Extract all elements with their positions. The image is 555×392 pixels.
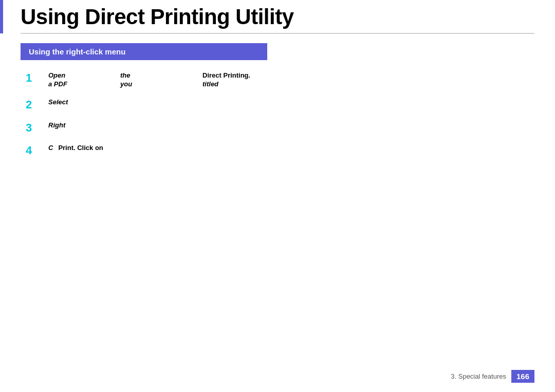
- page-container: Using Direct Printing Utility Using the …: [0, 0, 555, 392]
- step-1-col2b: you: [120, 80, 202, 88]
- step-number-1: 1: [26, 71, 44, 85]
- step-1-line-2: a PDF you titled: [48, 80, 534, 88]
- step-1-col1: Open: [48, 71, 120, 79]
- step-1-col3: Direct Printing.: [202, 71, 250, 79]
- step-number-3: 3: [26, 121, 44, 135]
- step-content-3: Right: [48, 121, 534, 130]
- footer-page-number: 166: [511, 370, 534, 383]
- section-header: Using the right-click menu: [21, 43, 267, 60]
- step-content-1: Open the Direct Printing. a PDF you titl…: [48, 71, 534, 89]
- step-3-line-1: Right: [48, 121, 534, 129]
- step-1-col1b: a PDF: [48, 80, 120, 88]
- footer-label: 3. Special features: [451, 372, 506, 380]
- step-4-text: Print. Click on: [58, 144, 103, 152]
- step-1-col3b: titled: [202, 80, 218, 88]
- footer: 3. Special features 166: [451, 370, 534, 383]
- step-number-4: 4: [26, 144, 44, 157]
- left-accent-bar: [0, 0, 3, 33]
- step-row-4: 4 C Print. Click on: [26, 144, 534, 157]
- step-row-2: 2 Select: [26, 98, 534, 111]
- step-row-1: 1 Open the Direct Printing. a PDF you ti…: [26, 71, 534, 89]
- step-2-text: Select: [48, 98, 68, 106]
- step-content-2: Select: [48, 98, 534, 107]
- title-section: Using Direct Printing Utility: [21, 0, 534, 34]
- step-1-col2: the: [120, 71, 202, 79]
- step-3-text: Right: [48, 121, 65, 129]
- steps-container: 1 Open the Direct Printing. a PDF you ti…: [21, 71, 534, 157]
- step-content-4: C Print. Click on: [48, 144, 534, 153]
- step-4-prefix: C: [48, 144, 53, 152]
- step-row-3: 3 Right: [26, 121, 534, 135]
- step-4-line-1: C Print. Click on: [48, 144, 534, 152]
- step-1-line-1: Open the Direct Printing.: [48, 71, 534, 79]
- page-title: Using Direct Printing Utility: [21, 5, 534, 29]
- step-number-2: 2: [26, 98, 44, 111]
- step-2-line-1: Select: [48, 98, 534, 106]
